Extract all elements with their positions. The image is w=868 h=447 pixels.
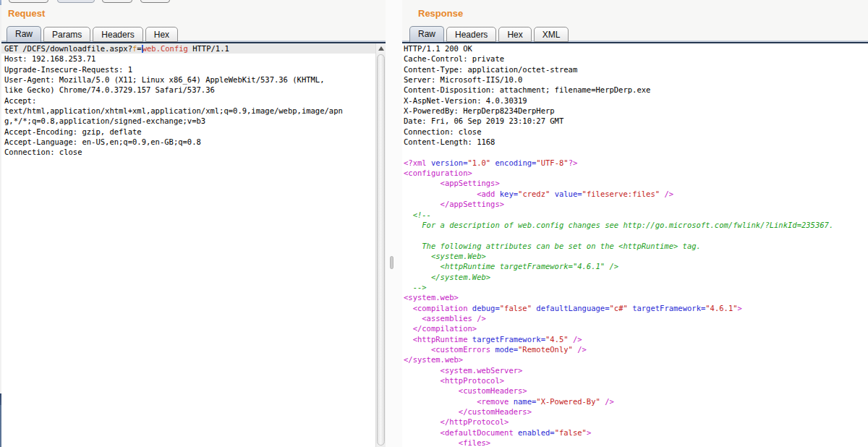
scroll-up-button[interactable] <box>376 43 386 54</box>
editor-line: Accept-Encoding: gzip, deflate <box>1 127 375 137</box>
editor-line: like Gecko) Chrome/74.0.3729.157 Safari/… <box>1 85 375 95</box>
editor-line: Content-Disposition: attachment; filenam… <box>402 85 868 95</box>
tab-label: Raw <box>15 29 33 39</box>
request-tab-headers[interactable]: Headers <box>93 27 142 42</box>
editor-line: <!-- <box>402 210 868 220</box>
editor-line: Host: 192.168.253.71 <box>1 54 375 64</box>
editor-line: </compilation> <box>402 323 868 333</box>
tab-label: Headers <box>455 30 488 40</box>
editor-line: <httpProtocol> <box>402 375 868 386</box>
request-scrollbar[interactable] <box>375 43 386 447</box>
request-editor-text[interactable]: GET /DCFS/downloadfile.aspx?f=web.Config… <box>1 43 386 158</box>
response-tab-hex[interactable]: Hex <box>498 27 531 42</box>
editor-line: Cache-Control: private <box>402 54 868 64</box>
toolbar-button-1[interactable] <box>9 0 48 3</box>
editor-line: Upgrade-Insecure-Requests: 1 <box>1 64 375 74</box>
editor-line: Accept-Language: en-US,en;q=0.9,en-GB;q=… <box>1 137 375 147</box>
toolbar-button-4[interactable] <box>140 0 170 3</box>
splitter-grip-icon <box>390 256 393 269</box>
editor-line: X-AspNet-Version: 4.0.30319 <box>402 95 868 106</box>
request-panel-title: Request <box>8 8 45 19</box>
editor-line <box>402 147 868 157</box>
editor-line: <system.webServer> <box>402 365 868 375</box>
tab-label: Raw <box>418 29 435 39</box>
editor-line: Connection: close <box>402 127 868 137</box>
editor-line: Content-Type: application/octet-stream <box>402 64 868 74</box>
panel-splitter[interactable] <box>386 0 402 447</box>
editor-line: <defaultDocument enabled="false"> <box>402 427 868 438</box>
editor-line: <add key="credz" value="fileserve:files"… <box>402 189 868 199</box>
editor-line: <compilation debug="false" defaultLangua… <box>402 303 868 313</box>
response-editor-text[interactable]: HTTP/1.1 200 OKCache-Control: privateCon… <box>402 43 868 447</box>
editor-line: Date: Fri, 06 Sep 2019 23:10:27 GMT <box>402 116 868 126</box>
editor-line: X-PoweredBy: HerpDerp8234DerpHerp <box>402 106 868 116</box>
editor-line: GET /DCFS/downloadfile.aspx?f=web.Config… <box>1 43 375 54</box>
response-tab-headers[interactable]: Headers <box>446 27 496 42</box>
request-tab-params[interactable]: Params <box>43 27 90 42</box>
response-editor[interactable]: HTTP/1.1 200 OKCache-Control: privateCon… <box>402 43 868 447</box>
request-tab-raw[interactable]: Raw <box>7 26 41 42</box>
editor-line: Server: Microsoft-IIS/10.0 <box>402 74 868 85</box>
editor-line: g,*/*;q=0.8,application/signed-exchange;… <box>1 116 375 126</box>
request-tabs: RawParamsHeadersHex <box>7 26 180 42</box>
editor-line: User-Agent: Mozilla/5.0 (X11; Linux x86_… <box>1 74 375 85</box>
editor-line: <customHeaders> <box>402 386 868 396</box>
editor-line: </system.Web> <box>402 272 868 282</box>
editor-line: <httpRuntime targetFramework="4.5" /> <box>402 334 868 344</box>
response-tab-xml[interactable]: XML <box>534 27 569 42</box>
editor-line <box>402 230 868 240</box>
editor-line: --> <box>402 282 868 292</box>
editor-line: text/html,application/xhtml+xml,applicat… <box>1 106 375 116</box>
editor-line: <assemblies /> <box>402 313 868 323</box>
response-tabs: RawHeadersHexXML <box>409 26 571 42</box>
editor-line: </appSettings> <box>402 199 868 209</box>
toolbar-button-2[interactable] <box>57 0 95 3</box>
tab-label: Hex <box>507 30 522 40</box>
request-editor[interactable]: GET /DCFS/downloadfile.aspx?f=web.Config… <box>1 43 386 447</box>
scrollbar-thumb[interactable] <box>377 54 385 446</box>
editor-line: <files> <box>402 438 868 447</box>
tab-label: Headers <box>101 30 134 40</box>
editor-line: <configuration> <box>402 168 868 178</box>
tab-label: Hex <box>154 30 169 40</box>
response-panel-title: Response <box>418 8 463 19</box>
toolbar-button-3[interactable] <box>102 0 132 3</box>
editor-line: </customHeaders> <box>402 406 868 417</box>
response-tab-raw[interactable]: Raw <box>409 26 444 42</box>
editor-line: Content-Length: 1168 <box>402 137 868 147</box>
editor-line: Accept: <box>1 95 375 106</box>
tab-label: XML <box>542 30 561 40</box>
editor-line: <appSettings> <box>402 178 868 188</box>
editor-line: The following attributes can be set on t… <box>402 241 868 251</box>
editor-line: <remove name="X-Powered-By" /> <box>402 396 868 406</box>
editor-line: <system.Web> <box>402 251 868 261</box>
editor-line: HTTP/1.1 200 OK <box>402 43 868 54</box>
editor-line: <system.web> <box>402 292 868 302</box>
editor-line: Connection: close <box>1 147 375 157</box>
editor-line: <customErrors mode="RemoteOnly" /> <box>402 344 868 354</box>
tab-label: Params <box>52 30 82 40</box>
scroll-up-arrow-icon <box>378 46 384 51</box>
editor-line: </system.web> <box>402 354 868 365</box>
request-tab-hex[interactable]: Hex <box>145 27 178 42</box>
editor-line: <?xml version="1.0" encoding="UTF-8"?> <box>402 158 868 168</box>
editor-line: For a description of web.config changes … <box>402 220 868 230</box>
http-message-editor: Request RawParamsHeadersHex GET /DCFS/do… <box>0 0 868 447</box>
editor-line: <httpRuntime targetFramework="4.6.1" /> <box>402 261 868 271</box>
editor-line: </httpProtocol> <box>402 417 868 427</box>
